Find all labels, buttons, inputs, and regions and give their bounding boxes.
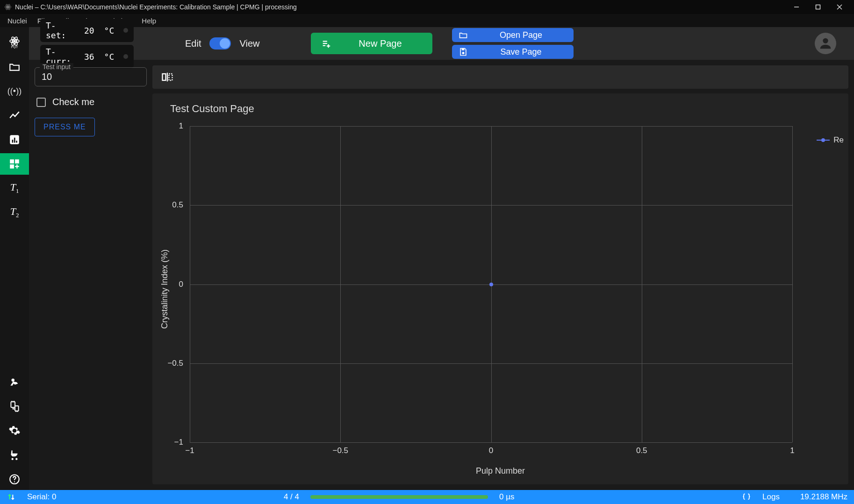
test-input-legend: Test input [40,63,73,71]
serial-status: Serial: 0 [27,492,56,502]
chart-title: Test Custom Page [170,103,835,115]
svg-rect-21 [11,402,15,407]
updown-icon[interactable] [7,492,16,502]
left-panel: Test input Check me PRESS ME [35,65,147,484]
svg-rect-35 [163,74,166,80]
ytick: 0 [179,280,190,289]
status-bar: Serial: 0 4 / 4 0 µs Logs 19.2188 MHz [0,490,854,504]
svg-rect-14 [12,140,14,143]
svg-point-24 [15,458,17,460]
app-icon [4,3,12,11]
minimize-button[interactable] [786,0,807,14]
sidebar: PQT ((•)) T1 T2 [0,27,29,490]
sidebar-settings[interactable] [0,420,29,441]
svg-point-33 [462,52,465,54]
svg-rect-22 [15,406,19,411]
user-avatar[interactable] [815,33,836,54]
t-set-row[interactable]: T-set: 20 °C [40,19,134,42]
sidebar-signal[interactable]: ((•)) [0,80,29,102]
svg-point-26 [14,481,15,482]
ytick: 1 [179,121,190,131]
t-set-label: T-set: [46,21,74,40]
t-curr-indicator [123,54,128,59]
ytick: 0.5 [172,200,190,210]
svg-point-8 [14,40,15,42]
t2-icon: T2 [10,206,19,219]
xtick: 1 [790,442,794,455]
open-page-label: Open Page [474,30,567,40]
close-button[interactable] [829,0,850,14]
maximize-button[interactable] [807,0,829,14]
logs-label[interactable]: Logs [762,492,780,502]
title-bar: Nuclei – C:\Users\WAR\Documents\Nuclei E… [0,0,854,14]
sidebar-t2[interactable]: T2 [0,202,29,223]
xtick: 0.5 [636,442,647,455]
t-set-value: 20 [80,26,98,35]
mode-switch[interactable] [209,37,231,50]
xtick: −0.5 [332,442,348,455]
sidebar-bar-chart[interactable] [0,129,29,150]
sidebar-t1[interactable]: T1 [0,177,29,199]
data-point [489,283,493,286]
braces-icon[interactable] [742,492,751,502]
svg-rect-16 [16,141,17,142]
t-set-unit: °C [104,26,118,35]
sidebar-grid-add[interactable] [0,153,29,175]
xtick: 0 [489,442,493,455]
svg-rect-18 [15,159,19,163]
sidebar-hardware[interactable] [0,396,29,417]
check-box[interactable] [36,98,46,107]
svg-rect-19 [10,164,14,169]
freq-status: 19.2188 MHz [800,492,847,502]
t1-icon: T1 [10,181,19,195]
svg-rect-32 [462,49,465,50]
view-label: View [239,38,259,49]
edit-label: Edit [185,38,201,49]
chart-legend: Re [817,135,844,145]
sidebar-pulse-seq[interactable]: PQT [0,32,29,53]
t-set-indicator [123,28,128,33]
progress-count: 4 / 4 [284,492,299,502]
save-page-button[interactable]: Save Page [452,45,574,59]
test-input[interactable] [42,71,140,82]
open-page-button[interactable]: Open Page [452,28,574,42]
chart-column: Test Custom Page Crystalinity Index (%) … [152,65,848,484]
new-page-button[interactable]: New Page [311,33,432,54]
press-me-button[interactable]: PRESS ME [35,118,95,136]
ytick: −0.5 [167,359,190,368]
sidebar-help[interactable] [0,469,29,490]
sidebar-dig[interactable] [0,371,29,393]
save-page-label: Save Page [474,47,567,57]
x-axis-label: Pulp Number [476,466,525,476]
check-row[interactable]: Check me [35,97,147,107]
page-buttons: Open Page Save Page [452,28,574,59]
test-input-wrap: Test input [35,67,147,86]
xtick: −1 [185,442,194,455]
sidebar-line-chart[interactable] [0,105,29,126]
progress-bar [310,495,488,499]
plot-area[interactable]: Test Custom Page Crystalinity Index (%) … [152,93,848,484]
signal-icon: ((•)) [7,86,22,96]
svg-rect-15 [14,138,15,143]
svg-point-23 [12,458,14,460]
y-axis-label: Crystalinity Index (%) [160,249,170,328]
svg-rect-17 [10,159,14,163]
sidebar-folder[interactable] [0,56,29,78]
svg-point-34 [823,38,828,43]
svg-rect-5 [816,5,820,9]
mirror-icon[interactable] [161,71,174,84]
plot-canvas: 1 0.5 0 −0.5 −1 −1 −0.5 0 0.5 1 [190,126,792,442]
time-status: 0 µs [499,492,514,502]
toolbar: T-set: 20 °C T-curr: 36 °C Edit View [29,27,854,60]
chart-toolbar [152,65,848,89]
sidebar-stroller[interactable] [0,444,29,466]
menu-help[interactable]: Help [137,16,161,26]
svg-rect-37 [169,74,172,80]
svg-point-20 [12,378,15,382]
svg-text:PQT: PQT [11,45,18,49]
check-label: Check me [52,97,94,107]
window-title: Nuclei – C:\Users\WAR\Documents\Nuclei E… [15,3,297,11]
menu-nuclei[interactable]: Nuclei [3,16,32,26]
mode-toggle: Edit View [185,37,259,50]
legend-marker [817,140,830,141]
